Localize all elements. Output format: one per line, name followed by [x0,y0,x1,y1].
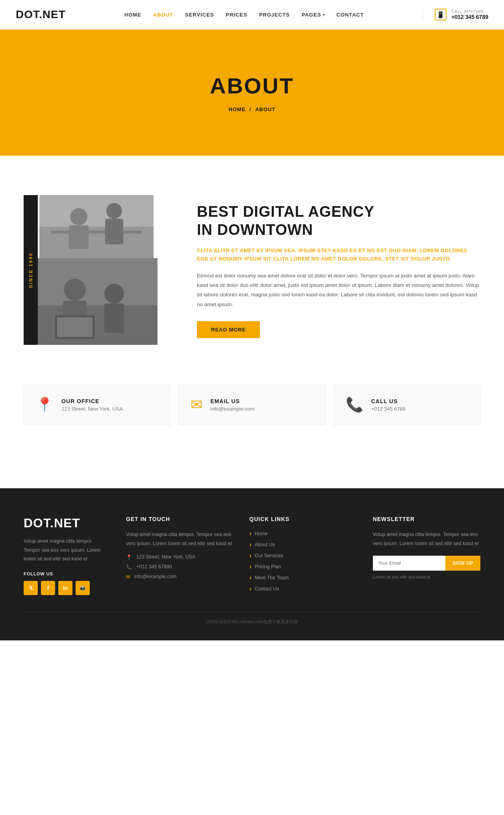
get-in-touch-text: Volup amet magna clita tempor. Tempor se… [126,530,233,548]
email-input[interactable] [373,556,446,571]
about-heading: BEST DIGITAL AGENCY IN DOWNTOWN [197,203,480,239]
footer-desc: Volup amet magna clita tempor. Tempor se… [24,537,110,564]
breadcrumb-home[interactable]: HOME [229,106,246,112]
nav-prices[interactable]: PRICES [226,12,247,18]
contact-card-email: ✉ EMAIL US info@example.com [178,384,325,425]
header-contact: 📱 CALL ANYTIME +012 345 6789 [422,9,488,20]
breadcrumb-current: ABOUT [255,106,275,112]
footer-grid: DOT.NET Volup amet magna clita tempor. T… [24,516,480,596]
main-nav: HOME ABOUT SERVICES PRICES PROJECTS PAGE… [124,12,364,18]
newsletter-form: SIGN UP [373,556,480,571]
phone-icon: 📱 [435,9,447,20]
breadcrumb: HOME / ABOUT [229,106,276,112]
about-image-top [39,195,154,262]
about-images: SINCE 1990 [24,195,173,345]
nav-pages[interactable]: PAGES ▾ [302,12,325,18]
quick-links-list: Home About Us Our Services Pricing Plan … [249,530,357,592]
breadcrumb-separator: / [250,106,252,112]
svg-rect-7 [39,195,154,262]
nav-projects[interactable]: PROJECTS [259,12,290,18]
email-icon: ✉ [191,396,202,413]
hero-banner: ABOUT HOME / ABOUT [0,30,504,156]
contact-info: CALL ANYTIME +012 345 6789 [451,9,488,20]
twitter-icon[interactable]: 𝕏 [24,581,38,595]
header: DOT.NET HOME ABOUT SERVICES PRICES PROJE… [0,0,504,30]
office-title: OUR OFFICE [61,398,123,404]
nav-about[interactable]: ABOUT [153,12,173,18]
chevron-down-icon: ▾ [323,13,325,17]
list-item: Pricing Plan [249,563,357,570]
address-icon: 📍 [126,554,132,560]
contact-card-office: 📍 OUR OFFICE 123 Street, New York, USA [24,384,170,425]
location-icon: 📍 [36,396,54,413]
link-team[interactable]: Meet The Team [249,574,357,581]
about-image-bottom [24,258,158,345]
contact-card-phone: 📞 CALL US +012 345 6789 [334,384,480,425]
social-icons: 𝕏 f in 📷 [24,581,110,595]
signup-button[interactable]: SIGN UP [445,556,480,571]
site-logo[interactable]: DOT.NET [16,8,66,21]
about-body: Eirmod est dolor nonumy sea amet dolore … [197,271,480,309]
header-phone: +012 345 6789 [451,14,488,20]
nav-contact[interactable]: CONTACT [337,12,364,18]
link-services[interactable]: Our Services [249,552,357,559]
about-section: SINCE 1990 [0,156,504,384]
footer-email-icon: ✉ [126,574,130,580]
phone-card-icon: 📞 [346,396,363,413]
svg-rect-16 [24,258,158,345]
instagram-icon[interactable]: 📷 [76,581,90,595]
link-about[interactable]: About Us [249,541,357,548]
nav-home[interactable]: HOME [124,12,141,18]
footer-col-contact: GET IN TOUCH Volup amet magna clita temp… [126,516,233,596]
about-content: BEST DIGITAL AGENCY IN DOWNTOWN CLITA EL… [197,195,480,338]
footer-col-links: QUICK LINKS Home About Us Our Services P… [249,516,357,596]
list-item: Home [249,530,357,537]
footer-email: ✉ info@example.com [126,574,233,580]
phone-detail: +012 345 6789 [371,406,406,412]
office-detail: 123 Street, New York, USA [61,406,123,412]
footer-address: 📍 123 Street, New York, USA [126,554,233,560]
footer-logo: DOT.NET [24,516,110,530]
facebook-icon[interactable]: f [41,581,55,595]
footer-col-newsletter: NEWSLETTER Volup amet magna clita tempor… [373,516,480,596]
call-anytime-label: CALL ANYTIME [451,9,488,14]
email-detail: info@example.com [210,406,254,412]
about-highlight: CLITA ELITR ET AMET ET IPSUM SEA. IPSUM … [197,247,480,263]
phone-title: CALL US [371,398,406,404]
newsletter-title: NEWSLETTER [373,516,480,522]
nav-services[interactable]: SERVICES [185,12,214,18]
list-item: Our Services [249,552,357,559]
link-contact[interactable]: Contact Us [249,585,357,592]
footer-col-brand: DOT.NET Volup amet magna clita tempor. T… [24,516,110,596]
list-item: Contact Us [249,585,357,592]
footer-phone: 📞 +012 345 67890 [126,564,233,570]
since-badge: SINCE 1990 [24,195,38,345]
email-title: EMAIL US [210,398,254,404]
newsletter-text: Volup amet magna clita tempor. Tempor se… [373,530,480,548]
get-in-touch-title: GET IN TOUCH [126,516,233,522]
list-item: About Us [249,541,357,548]
quick-links-title: QUICK LINKS [249,516,357,522]
link-home[interactable]: Home [249,530,357,537]
contact-cards: 📍 OUR OFFICE 123 Street, New York, USA ✉… [0,384,504,457]
linkedin-icon[interactable]: in [58,581,72,595]
newsletter-note: Lorem sit sed elitr sed kasd et [373,575,480,579]
follow-us-label: FOLLOW US [24,571,110,576]
list-item: Meet The Team [249,574,357,581]
footer-watermark: 访问出马社区bbs.xienlao.com免费下载更多内容 [24,612,480,625]
link-pricing[interactable]: Pricing Plan [249,563,357,570]
read-more-button[interactable]: READ MORE [197,321,260,338]
footer: DOT.NET Volup amet magna clita tempor. T… [0,488,504,640]
hero-title: ABOUT [210,73,294,99]
footer-phone-icon: 📞 [126,564,132,570]
spacer [0,457,504,488]
